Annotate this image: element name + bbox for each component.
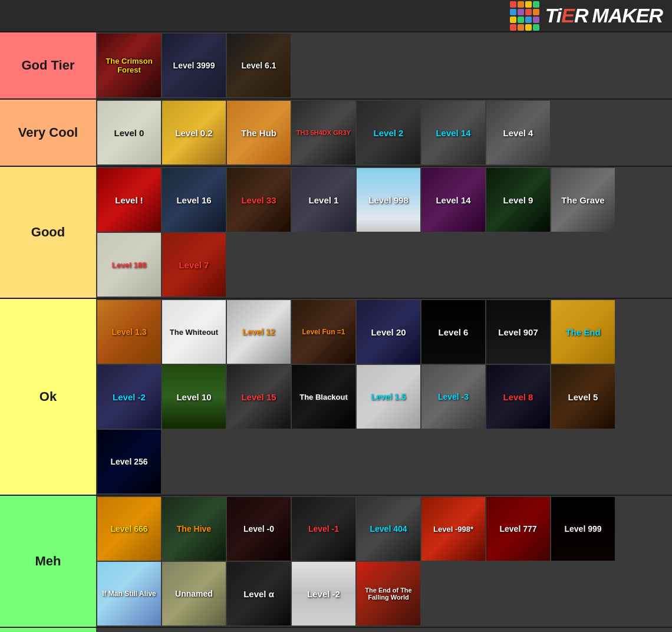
tier-label-god: God Tier [0, 32, 96, 98]
list-item[interactable]: Unnamed [162, 562, 226, 626]
list-item[interactable]: Level 3999 [162, 34, 226, 97]
list-item[interactable]: Level 404 [357, 497, 420, 561]
list-item[interactable]: The Hive [162, 497, 226, 561]
list-item[interactable]: Level 6.1 [227, 34, 291, 97]
list-item[interactable]: Level 188 [97, 233, 161, 297]
tier-label-good: Good [0, 167, 96, 298]
list-item[interactable]: Level 4 [486, 101, 550, 164]
tier-row-good: Good Level ! Level 16 Level 33 Level 1 L… [0, 167, 672, 299]
list-item[interactable]: Level 6 [421, 300, 485, 364]
tier-label-meh: Meh [0, 496, 96, 627]
list-item[interactable]: Level 999 [551, 497, 615, 561]
tierlist: TiER MAKER God Tier The Crimson Forest L… [0, 0, 672, 632]
list-item[interactable]: The End of The Falling World [357, 562, 420, 626]
list-item[interactable]: Level 1.5 [357, 365, 420, 429]
list-item[interactable]: Level 0.2 [162, 101, 226, 164]
list-item[interactable]: Level 1.3 [97, 300, 161, 364]
list-item[interactable]: Level 777 [486, 497, 550, 561]
list-item[interactable]: The Crimson Forest [97, 34, 161, 97]
tiermaker-logo: TiER MAKER [510, 1, 663, 31]
tier-row-trash: Trash [0, 628, 672, 632]
list-item[interactable]: Level 12 [227, 300, 291, 364]
list-item[interactable]: Level 998 [357, 168, 420, 232]
list-item[interactable]: Level -998* [421, 497, 485, 561]
list-item[interactable]: Level 1 [292, 168, 355, 232]
list-item[interactable]: Level 2 [357, 101, 420, 164]
list-item[interactable]: Level 7 [162, 233, 226, 297]
tier-items-verycool: Level 0 Level 0.2 The Hub TH3 5H4DX GR3Y… [96, 100, 672, 166]
list-item[interactable]: Level 907 [486, 300, 550, 364]
tier-label-trash: Trash [0, 628, 96, 632]
list-item[interactable]: The Whiteout [162, 300, 226, 364]
list-item[interactable]: TH3 5H4DX GR3Y [292, 101, 355, 164]
list-item[interactable]: Level 5 [551, 365, 615, 429]
tier-label-ok: Ok [0, 299, 96, 495]
list-item[interactable]: Level 666 [97, 497, 161, 561]
list-item[interactable]: Level -3 [421, 365, 485, 429]
tier-items-trash [96, 628, 672, 632]
list-item[interactable]: The Grave [551, 168, 615, 232]
list-item[interactable]: Level Fun =1 [292, 300, 355, 364]
tier-items-meh: Level 666 The Hive Level -0 Level -1 Lev… [96, 496, 672, 627]
list-item[interactable]: The Hub [227, 101, 291, 164]
tier-row-verycool: Very Cool Level 0 Level 0.2 The Hub TH3 … [0, 100, 672, 167]
list-item[interactable]: Level -1 [292, 497, 355, 561]
list-item[interactable]: Level 8 [486, 365, 550, 429]
list-item[interactable]: If Man Still Alive [97, 562, 161, 626]
list-item[interactable]: Level 0 [97, 101, 161, 164]
list-item[interactable]: Level -2 [292, 562, 355, 626]
list-item[interactable]: Level -0 [227, 497, 291, 561]
tier-row-god: God Tier The Crimson Forest Level 3999 L… [0, 32, 672, 100]
list-item[interactable]: Level -2 [97, 365, 161, 429]
list-item[interactable]: Level 256 [97, 430, 161, 493]
logo-text: TiER MAKER [545, 4, 663, 27]
list-item[interactable]: Level 14 [421, 168, 485, 232]
list-item[interactable]: Level α [227, 562, 291, 626]
list-item[interactable]: Level 20 [357, 300, 420, 364]
list-item[interactable]: The Blackout [292, 365, 355, 429]
tier-label-verycool: Very Cool [0, 100, 96, 166]
list-item[interactable]: Level 15 [227, 365, 291, 429]
tier-row-ok: Ok Level 1.3 The Whiteout Level 12 Level… [0, 299, 672, 496]
list-item[interactable]: Level 16 [162, 168, 226, 232]
tier-items-good: Level ! Level 16 Level 33 Level 1 Level … [96, 167, 672, 298]
list-item[interactable]: Level 9 [486, 168, 550, 232]
list-item[interactable]: Level 14 [421, 101, 485, 164]
list-item[interactable]: Level 33 [227, 168, 291, 232]
list-item[interactable]: Level ! [97, 168, 161, 232]
tier-items-god: The Crimson Forest Level 3999 Level 6.1 [96, 32, 672, 98]
list-item[interactable]: The End [551, 300, 615, 364]
list-item[interactable]: Level 10 [162, 365, 226, 429]
logo-grid [510, 1, 539, 31]
tier-row-meh: Meh Level 666 The Hive Level -0 Level -1… [0, 496, 672, 628]
tier-items-ok: Level 1.3 The Whiteout Level 12 Level Fu… [96, 299, 672, 495]
